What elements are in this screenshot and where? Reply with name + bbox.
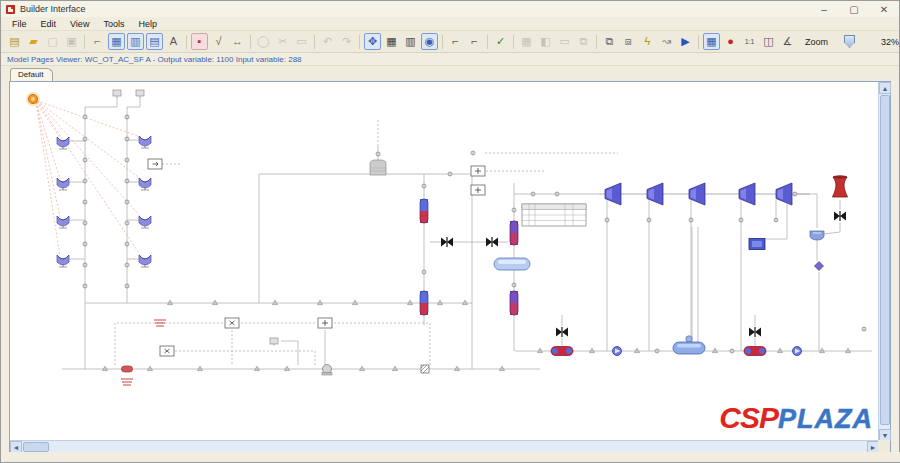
rect-tool-icon[interactable]: ▭	[293, 33, 310, 50]
menu-tools[interactable]: Tools	[96, 19, 131, 29]
pipe-connection[interactable]	[281, 341, 298, 365]
deaerator-component[interactable]	[673, 336, 705, 354]
connection-node[interactable]	[448, 172, 452, 176]
redo-icon[interactable]: ↷	[338, 33, 355, 50]
junction-node[interactable]	[589, 348, 594, 352]
heat-exchanger-component[interactable]	[420, 199, 428, 223]
model-canvas[interactable]: CSPPLAZA	[10, 82, 879, 441]
simulate-grid-icon[interactable]: ▦	[518, 33, 535, 50]
maximize-button[interactable]: ▢	[839, 2, 869, 17]
feedwater-heater-component[interactable]	[744, 347, 766, 356]
connection-node[interactable]	[422, 184, 426, 188]
grid-toggle-icon[interactable]: ▦	[383, 33, 400, 50]
connection-node[interactable]	[531, 192, 535, 196]
solar-collector-component[interactable]	[139, 178, 151, 190]
chart-view-icon[interactable]: ◧	[537, 33, 554, 50]
connection-node[interactable]	[125, 158, 129, 162]
junction-node[interactable]	[197, 366, 202, 370]
scroll-up-arrow[interactable]: ▲	[879, 82, 891, 94]
turbine-component[interactable]	[776, 183, 792, 205]
controller-component[interactable]	[225, 318, 239, 328]
connection-node[interactable]	[774, 218, 778, 222]
controller-component[interactable]	[318, 318, 332, 328]
menu-file[interactable]: File	[5, 19, 34, 29]
connection-node[interactable]	[83, 263, 87, 267]
film-strip-icon[interactable]: ▭	[556, 33, 573, 50]
menu-edit[interactable]: Edit	[34, 19, 64, 29]
junction-node[interactable]	[254, 366, 259, 370]
solar-collector-component[interactable]	[57, 178, 69, 190]
solar-collector-component[interactable]	[139, 136, 151, 148]
connection-node[interactable]	[730, 349, 734, 353]
cut-tool-icon[interactable]: ✂	[274, 33, 291, 50]
connection-mode-icon[interactable]: ⌐	[89, 33, 106, 50]
macro-tool-icon[interactable]: ▪	[191, 33, 208, 50]
component-bar-1-icon[interactable]: ▦	[108, 33, 125, 50]
junction-node[interactable]	[845, 348, 850, 352]
condenser-component[interactable]	[810, 231, 824, 240]
junction-node[interactable]	[499, 366, 504, 370]
text-annotation[interactable]	[154, 320, 166, 326]
heat-exchanger-component[interactable]	[510, 291, 518, 315]
connection-node[interactable]	[471, 151, 475, 155]
pipe-connection[interactable]	[85, 97, 117, 107]
heat-exchanger-component[interactable]	[510, 221, 518, 245]
data-table-component[interactable]	[522, 204, 586, 226]
pipe-connection[interactable]	[127, 97, 140, 107]
actual-size-icon[interactable]: 1:1	[741, 33, 758, 50]
turbine-component[interactable]	[605, 183, 621, 205]
validate-icon[interactable]: ✓	[492, 33, 509, 50]
connection-node[interactable]	[83, 221, 87, 225]
controller-component[interactable]	[471, 166, 485, 176]
connection-node[interactable]	[83, 284, 87, 288]
solar-collector-component[interactable]	[139, 216, 151, 228]
new-model-icon[interactable]: ▤	[6, 33, 23, 50]
junction-node[interactable]	[819, 348, 824, 352]
connection-node[interactable]	[125, 263, 129, 267]
ellipse-tool-icon[interactable]: ◯	[255, 33, 272, 50]
undo-icon[interactable]: ↶	[319, 33, 336, 50]
connection-node[interactable]	[655, 349, 659, 353]
pipe-connection[interactable]	[37, 101, 141, 256]
pump-component[interactable]	[613, 347, 622, 356]
small-component[interactable]	[270, 338, 278, 346]
connection-node[interactable]	[555, 192, 559, 196]
minimize-button[interactable]: –	[809, 2, 839, 17]
menu-view[interactable]: View	[63, 19, 96, 29]
junction-node[interactable]	[167, 300, 172, 304]
solar-collector-component[interactable]	[57, 216, 69, 228]
vertical-scrollbar[interactable]: ▲ ▼	[878, 82, 890, 441]
pipe-connection[interactable]	[334, 323, 430, 365]
solar-collector-component[interactable]	[139, 255, 151, 267]
connection-node[interactable]	[376, 152, 380, 156]
connection-node[interactable]	[83, 158, 87, 162]
junction-node[interactable]	[359, 366, 364, 370]
valve-component[interactable]	[441, 237, 453, 247]
heater-component[interactable]	[122, 366, 133, 372]
export-page-icon[interactable]: ⧈	[620, 33, 637, 50]
copy-to-icon[interactable]: ⧉	[601, 33, 618, 50]
open-model-icon[interactable]: ▰	[25, 33, 42, 50]
connection-node[interactable]	[422, 270, 426, 274]
junction-node[interactable]	[102, 366, 107, 370]
junction-node[interactable]	[272, 300, 277, 304]
chain-calc-icon[interactable]: ↝	[658, 33, 675, 50]
valve-component[interactable]	[749, 327, 761, 337]
junction-node[interactable]	[352, 300, 357, 304]
horizontal-scroll-thumb[interactable]	[23, 442, 49, 452]
sun-component[interactable]	[26, 92, 40, 106]
shield-icon[interactable]	[844, 35, 855, 48]
connection-node[interactable]	[125, 200, 129, 204]
turbine-component[interactable]	[689, 183, 705, 205]
text-tool-icon[interactable]: A	[165, 33, 182, 50]
connection-node[interactable]	[125, 115, 129, 119]
measuring-point-component[interactable]	[421, 365, 429, 373]
controller-component[interactable]	[148, 159, 162, 169]
connection-node[interactable]	[605, 218, 609, 222]
valve-diamond-component[interactable]	[815, 262, 824, 271]
connection-node[interactable]	[83, 115, 87, 119]
generator-component[interactable]	[749, 239, 765, 250]
tank-component[interactable]	[370, 160, 386, 175]
connection-node[interactable]	[125, 284, 129, 288]
connection-node[interactable]	[83, 179, 87, 183]
